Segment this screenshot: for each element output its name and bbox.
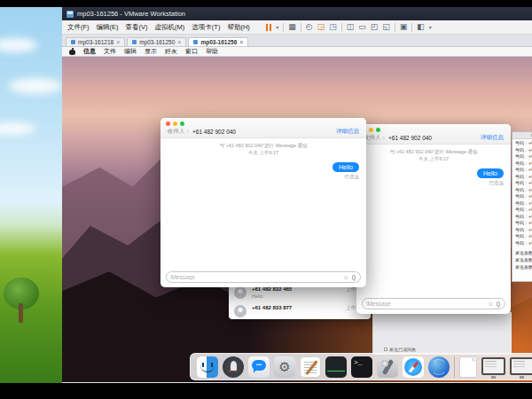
macos-menu-buddies[interactable]: 好友 (165, 47, 177, 56)
finder-icon[interactable] (197, 356, 218, 378)
vm-tab-label: mp03-161218 (78, 39, 113, 45)
capture-icon[interactable]: ◧ (417, 23, 425, 31)
log-window-title: showing (512, 132, 532, 139)
launchpad-icon[interactable] (223, 356, 244, 378)
macos-menu-edit[interactable]: 编辑 (124, 47, 137, 56)
details-link[interactable]: 详细信息 (336, 128, 359, 136)
conversation-row[interactable]: +61 482 833 877 上午6:17 (232, 304, 367, 319)
tab-close-icon[interactable]: × (116, 39, 120, 45)
avatar (234, 305, 246, 317)
avatar (234, 286, 246, 299)
menu-vm[interactable]: 虚拟机(M) (155, 23, 185, 32)
macos-menubar: 信息 文件 编辑 显示 好友 窗口 帮助 (62, 47, 532, 57)
details-link[interactable]: 详细信息 (481, 134, 504, 142)
log-lines: 号码：+6号码：+6号码：+6号码：+6号码：+6号码：+6号码：+6号码：+6… (515, 141, 532, 247)
stretch-guest-icon[interactable]: ▣ (400, 23, 408, 31)
snapshot-clock-icon[interactable]: ◴ (306, 23, 313, 31)
menu-help[interactable]: 帮助(H) (227, 23, 249, 32)
traffic-lights[interactable] (166, 121, 184, 126)
menu-tabs[interactable]: 选项卡(T) (192, 23, 220, 32)
send-ctrl-alt-del-icon[interactable]: ▦ (288, 23, 296, 31)
macos-menu-messages[interactable]: 信息 (83, 47, 96, 56)
vm-icon (193, 40, 198, 44)
document-file-icon[interactable] (459, 356, 477, 378)
activity-monitor-icon[interactable] (325, 356, 347, 378)
cloud (0, 38, 37, 52)
snapshot-manager-icon[interactable]: ◳ (329, 23, 337, 31)
imessage-bubble: Hello (477, 168, 504, 178)
imessage-compose-window-front[interactable]: 收件人： +61 482 902 040 详细信息 与“+61 482 902 … (160, 118, 366, 287)
macos-menu-view[interactable]: 显示 (145, 47, 157, 56)
capture-dropdown-icon[interactable]: ▾ (429, 24, 432, 30)
to-value[interactable]: +61 482 902 040 (192, 129, 236, 135)
tab-close-icon[interactable]: × (239, 39, 243, 45)
conversation-name: +61 482 833 877 (252, 305, 292, 310)
messages-icon[interactable] (248, 356, 270, 378)
microphone-icon[interactable] (497, 301, 500, 307)
pause-button-icon[interactable] (266, 24, 272, 31)
vm-guest-screen: 信息 文件 编辑 显示 好友 窗口 帮助 +61 482 832 465 上午6… (62, 47, 532, 382)
automator-icon[interactable] (377, 356, 398, 378)
vmware-tabbar: mp03-161218 × mp03-161250 × mp03-161256 … (62, 35, 532, 47)
tab-close-icon[interactable]: × (177, 39, 181, 45)
delivered-status: 已送达 (489, 180, 505, 186)
take-snapshot-icon[interactable]: ◲ (317, 23, 325, 31)
imessage-bubble: Hello (332, 162, 359, 172)
message-input-row: ☺ (166, 271, 361, 283)
vm-tab-label: mp03-161256 (200, 39, 237, 45)
unity-view-icon[interactable]: ◰ (371, 23, 379, 31)
minimized-window-icon[interactable] (510, 357, 532, 375)
message-input[interactable] (170, 274, 343, 280)
vm-tab-1[interactable]: mp03-161218 × (66, 37, 125, 46)
macos-menu-file[interactable]: 文件 (104, 47, 116, 56)
show-library-icon[interactable]: ▭ (358, 23, 366, 31)
textedit-icon[interactable] (300, 356, 321, 378)
vmware-menubar: 文件(F) 编辑(E) 查看(V) 虚拟机(M) 选项卡(T) 帮助(H) ▾ … (62, 20, 532, 35)
system-preferences-icon[interactable]: ⚙ (274, 356, 295, 378)
imessage-compose-window-right[interactable]: 收件人： +61 482 902 040 详细信息 与“+61 482 902 … (356, 124, 511, 314)
fullscreen-icon[interactable]: ◱ (382, 23, 390, 31)
vmware-toolbar: ▾ ▦ ◴ ◲ ◳ ◫ ▭ ◰ ◱ ▣ ◧ ▾ (266, 23, 432, 32)
log-window[interactable]: showing 号码：+6号码：+6号码：+6号码：+6号码：+6号码：+6号码… (512, 131, 532, 282)
menu-view[interactable]: 查看(V) (126, 23, 148, 32)
log-footer-lines: 发送条数：10发送条数：10发送条数：10 (515, 250, 532, 271)
minimize-icon (369, 128, 373, 132)
network-utility-icon[interactable] (428, 356, 450, 378)
compose-header: 收件人： +61 482 902 040 详细信息 (160, 118, 366, 138)
emoji-icon[interactable]: ☺ (343, 274, 349, 280)
menu-edit[interactable]: 编辑(E) (97, 23, 119, 32)
vmware-window-title: mp03-161256 - VMware Workstation (77, 10, 185, 18)
apple-menu-icon[interactable] (69, 48, 75, 55)
message-input[interactable] (366, 301, 488, 307)
microphone-icon[interactable] (352, 275, 356, 280)
macos-menu-help[interactable]: 帮助 (206, 47, 218, 56)
read-receipt-label: 发送已读回执 (389, 347, 416, 352)
to-label: 收件人： (364, 134, 387, 142)
delivered-status: 已送达 (345, 174, 360, 180)
read-receipt-option[interactable]: 发送已读回执 (384, 347, 416, 352)
safari-icon[interactable] (403, 356, 424, 378)
zoom-icon (180, 121, 184, 126)
emoji-icon[interactable]: ☺ (488, 301, 494, 307)
minimize-icon (173, 121, 177, 126)
minimized-window-icon[interactable] (481, 357, 505, 375)
to-value[interactable]: +61 482 902 040 (388, 135, 432, 141)
conversation-row[interactable]: +61 482 832 465 上午6:17 Hello (232, 286, 367, 302)
console-view-icon[interactable]: ◫ (347, 23, 355, 31)
vm-tab-3-active[interactable]: mp03-161256 × (188, 37, 248, 46)
host-desktop-wallpaper (0, 7, 62, 383)
vmware-logo-icon (66, 11, 74, 18)
message-input-row: ☺ (362, 298, 505, 309)
screen: mp03-161256 - VMware Workstation 文件(F) 编… (0, 0, 532, 399)
conversation-date: 今天 上午6:17 (160, 149, 366, 156)
vm-icon (132, 40, 137, 44)
menu-file[interactable]: 文件(F) (67, 23, 90, 32)
macos-menu-window[interactable]: 窗口 (185, 47, 198, 56)
close-icon (166, 121, 170, 126)
vm-tab-2[interactable]: mp03-161250 × (127, 37, 186, 46)
power-dropdown-icon[interactable]: ▾ (276, 24, 278, 30)
checkbox-icon[interactable] (384, 348, 387, 351)
terminal-icon[interactable] (351, 356, 372, 378)
vmware-titlebar[interactable]: mp03-161256 - VMware Workstation (62, 7, 532, 20)
conversation-preview: Hello (252, 293, 263, 299)
